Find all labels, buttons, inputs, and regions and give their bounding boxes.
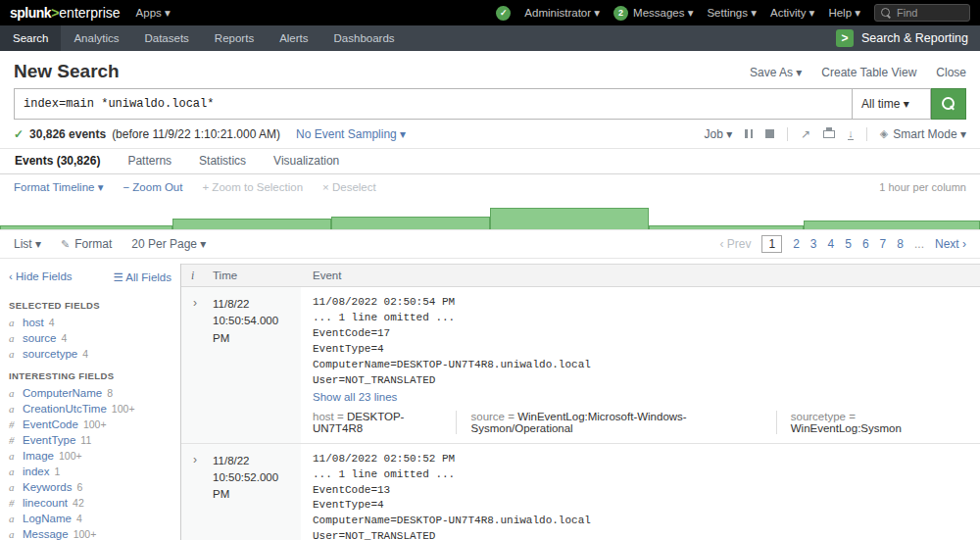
page-7-button[interactable]: 7 [880, 237, 887, 251]
field-type-icon: a [9, 528, 18, 540]
help-menu[interactable]: Help ▾ [828, 6, 860, 20]
page-2-button[interactable]: 2 [793, 237, 800, 251]
event-field-host[interactable]: host = DESKTOP-UN7T4R8 [313, 411, 456, 434]
logo-product-text: enterprise [59, 5, 120, 21]
timeline-chart[interactable] [0, 200, 980, 229]
event-timestamp: 11/8/22 10:50:54.000 PM [213, 287, 301, 443]
all-fields-button[interactable]: ☰ All Fields [113, 270, 172, 284]
hide-fields-button[interactable]: ‹ Hide Fields [9, 270, 73, 284]
tab-patterns[interactable]: Patterns [126, 154, 172, 173]
timeline-bar[interactable] [490, 208, 649, 229]
field-item-linecount[interactable]: # linecount 42 [0, 495, 180, 511]
search-mode-menu[interactable]: ◈ Smart Mode ▾ [880, 127, 966, 141]
pause-job-icon[interactable] [745, 129, 753, 138]
save-as-button[interactable]: Save As ▾ [750, 66, 802, 79]
divider [866, 127, 867, 141]
expand-event-arrow[interactable]: › [181, 287, 213, 443]
field-item-sourcetype[interactable]: a sourcetype 4 [0, 346, 180, 362]
field-item-computername[interactable]: a ComputerName 8 [0, 385, 180, 401]
close-button[interactable]: Close [936, 66, 966, 79]
health-check-icon[interactable]: ✓ [496, 6, 511, 21]
app-switcher[interactable]: > Search & Reporting [824, 25, 980, 51]
page-1-button[interactable]: 1 [761, 235, 782, 253]
timeline-bar[interactable] [172, 219, 331, 229]
field-type-icon: a [9, 450, 18, 462]
search-query-input[interactable] [14, 88, 853, 120]
field-type-icon: a [9, 481, 18, 493]
selected-fields-label: SELECTED FIELDS [0, 291, 180, 315]
create-table-view-button[interactable]: Create Table View [821, 66, 916, 79]
page-6-button[interactable]: 6 [862, 237, 869, 251]
per-page-menu[interactable]: 20 Per Page ▾ [131, 237, 206, 251]
share-job-icon[interactable]: ↗ [801, 128, 810, 140]
page-4-button[interactable]: 4 [828, 237, 835, 251]
list-icon: ☰ [113, 271, 122, 283]
user-menu[interactable]: Administrator ▾ [524, 6, 600, 20]
messages-count-badge: 2 [613, 6, 628, 21]
run-search-button[interactable] [931, 88, 966, 120]
event-field-sourcetype[interactable]: sourcetype = WinEventLog:Sysmon [776, 411, 968, 434]
field-item-eventcode[interactable]: # EventCode 100+ [0, 417, 180, 432]
field-item-image[interactable]: a Image 100+ [0, 448, 180, 464]
settings-menu[interactable]: Settings ▾ [707, 6, 757, 20]
show-all-lines-link[interactable]: Show all 23 lines [313, 391, 397, 403]
zoom-out-button[interactable]: − Zoom Out [122, 181, 182, 193]
results-tabs: Events (30,826) Patterns Statistics Visu… [0, 149, 980, 174]
nav-tab-alerts[interactable]: Alerts [267, 25, 320, 51]
events-list: i Time Event › 11/8/22 10:50:54.000 PM 1… [181, 264, 980, 540]
nav-tab-reports[interactable]: Reports [202, 25, 267, 51]
timeline-bar[interactable] [649, 225, 804, 229]
field-item-keywords[interactable]: a Keywords 6 [0, 479, 180, 495]
stop-job-icon[interactable] [765, 129, 774, 138]
field-item-logname[interactable]: a LogName 4 [0, 511, 180, 526]
field-item-source[interactable]: a source 4 [0, 330, 180, 346]
event-field-source[interactable]: source = WinEventLog:Microsoft-Windows-S… [456, 411, 775, 434]
top-bar: splunk>enterprise Apps ▾ ✓ Administrator… [0, 0, 980, 25]
expand-event-arrow[interactable]: › [181, 444, 213, 540]
timeline-bar[interactable] [0, 225, 172, 229]
tab-events[interactable]: Events (30,826) [14, 154, 101, 173]
splunk-app-window: splunk>enterprise Apps ▾ ✓ Administrator… [0, 0, 980, 540]
apps-menu[interactable]: Apps ▾ [136, 6, 171, 20]
export-icon[interactable]: ↓ [848, 128, 854, 140]
nav-tab-search[interactable]: Search [0, 25, 61, 51]
field-type-icon: a [9, 513, 18, 524]
event-count-timerange: (before 11/9/22 1:10:21.000 AM) [112, 127, 280, 141]
find-searchbox[interactable] [874, 4, 970, 22]
field-item-index[interactable]: a index 1 [0, 464, 180, 479]
field-type-icon: a [9, 332, 18, 344]
field-item-eventtype[interactable]: # EventType 11 [0, 432, 180, 448]
activity-menu[interactable]: Activity ▾ [770, 6, 814, 20]
nav-tab-dashboards[interactable]: Dashboards [321, 25, 408, 51]
search-bar: All time ▾ [0, 88, 980, 120]
next-page-button[interactable]: Next › [935, 237, 966, 251]
tab-visualization[interactable]: Visualization [272, 154, 340, 173]
format-menu[interactable]: ✎ Format [61, 237, 112, 251]
timeline-bar[interactable] [804, 221, 980, 229]
list-view-menu[interactable]: List ▾ [14, 237, 41, 251]
search-reporting-app-icon: > [836, 29, 854, 47]
page-header-actions: Save As ▾ Create Table View Close [750, 61, 966, 79]
field-item-host[interactable]: a host 4 [0, 315, 180, 330]
messages-menu[interactable]: 2 Messages ▾ [613, 6, 693, 21]
page-5-button[interactable]: 5 [845, 237, 852, 251]
find-input[interactable] [897, 7, 963, 19]
page-8-button[interactable]: 8 [897, 237, 904, 251]
timeline-bar[interactable] [331, 217, 490, 229]
nav-tab-datasets[interactable]: Datasets [131, 25, 201, 51]
time-range-picker[interactable]: All time ▾ [853, 88, 931, 120]
prev-page-button: ‹ Prev [719, 237, 751, 251]
event-sampling-menu[interactable]: No Event Sampling ▾ [296, 127, 406, 141]
nav-tab-analytics[interactable]: Analytics [61, 25, 131, 51]
event-timestamp: 11/8/22 10:50:52.000 PM [213, 444, 301, 540]
print-icon[interactable] [823, 130, 835, 138]
job-menu[interactable]: Job ▾ [705, 127, 733, 141]
format-timeline-menu[interactable]: Format Timeline ▾ [14, 180, 103, 194]
event-body: 11/08/2022 02:50:52 PM ... 1 line omitte… [301, 444, 980, 540]
logo-splunk-text: splunk [10, 5, 51, 21]
field-item-creationutctime[interactable]: a CreationUtcTime 100+ [0, 401, 180, 417]
tab-statistics[interactable]: Statistics [198, 154, 247, 173]
format-pencil-icon: ✎ [61, 238, 70, 251]
field-item-message[interactable]: a Message 100+ [0, 526, 180, 540]
page-3-button[interactable]: 3 [810, 237, 817, 251]
